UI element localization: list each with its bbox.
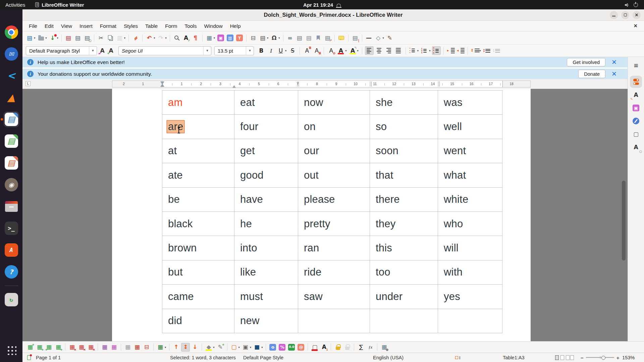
chevron-down-icon[interactable]: ▼ [246, 47, 254, 55]
insert-special-character-dropdown-icon[interactable]: ▾ [278, 36, 280, 40]
dock-item-libreoffice-calc[interactable]: ▤ [3, 133, 19, 149]
donate-button[interactable]: Donate [578, 70, 605, 78]
font-size-combobox[interactable]: 13.5 pt ▼ [214, 46, 254, 55]
menu-window[interactable]: Window [201, 22, 226, 30]
new-document-dropdown-icon[interactable]: ▾ [34, 36, 35, 40]
properties[interactable] [630, 76, 642, 88]
redo-dropdown-icon[interactable]: ▾ [165, 36, 166, 40]
gallery[interactable]: ▣ [630, 102, 642, 114]
view-layout-buttons[interactable] [555, 355, 570, 360]
table-cell-reference[interactable]: Table1:A3 [503, 355, 525, 360]
align-right[interactable] [384, 46, 393, 55]
table-cell[interactable]: get [234, 139, 298, 163]
align-justify[interactable] [394, 46, 403, 55]
insert-footnote[interactable]: ▤ [295, 34, 304, 42]
unordered-list-dropdown-icon[interactable]: ▾ [417, 49, 419, 52]
line-spacing[interactable]: ↕▾ [471, 46, 481, 55]
insert-formula[interactable]: ƒx [366, 343, 375, 352]
formatting-marks[interactable]: ¶ [191, 34, 200, 42]
open-file-dropdown-icon[interactable]: ▾ [45, 36, 47, 40]
font-color[interactable]: A▾ [336, 46, 347, 55]
show-draw-functions[interactable]: ✎ [385, 34, 394, 42]
font-color-dropdown-icon[interactable]: ▾ [345, 49, 346, 52]
decrease-paragraph-spacing[interactable]: ▲ ▼ [492, 46, 501, 55]
insert-cross-reference[interactable]: ▤↗ [323, 34, 332, 42]
paste[interactable]: ▥▾ [115, 34, 126, 42]
table-cell[interactable]: please [298, 188, 370, 212]
table-cell[interactable] [298, 309, 370, 333]
table-cell[interactable]: pretty [298, 212, 370, 236]
selected-word[interactable]: are [167, 121, 184, 133]
table-cell[interactable]: she [370, 90, 438, 115]
table-cell[interactable]: have [234, 188, 298, 212]
focused-app-menu[interactable]: LibreOffice Writer [35, 2, 84, 8]
no-list[interactable]: × × × [432, 46, 441, 55]
paragraph-style-combobox[interactable]: Default Paragraph Styl ▼ [26, 46, 97, 55]
table-cell[interactable]: soon [370, 139, 438, 163]
dock-item-thunderbird[interactable]: ✉ [3, 46, 19, 62]
dock-item-help[interactable]: ? [3, 264, 19, 280]
activities-button[interactable]: Activities [5, 2, 25, 8]
align-center[interactable] [375, 46, 383, 55]
clone-formatting[interactable]: ▰ [131, 34, 140, 42]
split-cells[interactable]: ▦ [133, 343, 142, 352]
number-recognition[interactable]: ▢ [310, 343, 319, 352]
update-style[interactable]: A▰ [98, 46, 107, 55]
undo-dropdown-icon[interactable]: ▾ [154, 36, 155, 40]
vertical-scrollbar-thumb[interactable] [622, 181, 626, 260]
border-color-dropdown-icon[interactable]: ▾ [261, 346, 263, 349]
find-and-replace[interactable] [172, 34, 181, 42]
table-column-marker[interactable] [370, 81, 372, 86]
table-cell[interactable]: ran [298, 236, 370, 260]
open-file[interactable]: ▾ [37, 34, 47, 42]
dock-item-gimp[interactable]: ◉ [3, 177, 19, 193]
increase-paragraph-spacing[interactable]: ▲ ▼ [483, 46, 491, 55]
chevron-down-icon[interactable]: ▼ [203, 47, 211, 55]
table-cell-background-color[interactable]: ◆▾ [204, 343, 215, 352]
system-status-area[interactable]: ◄) [624, 3, 644, 7]
table-cell[interactable]: are [162, 115, 234, 139]
autoformat-styles[interactable]: ✎+ [216, 343, 225, 352]
menu-insert[interactable]: Insert [76, 22, 96, 30]
insert-field-dropdown-icon[interactable]: ▾ [267, 36, 268, 40]
new-style[interactable]: A+ [107, 46, 115, 55]
borders[interactable]: ▢▾ [230, 343, 240, 352]
page-style-label[interactable]: Default Page Style [243, 355, 283, 360]
dock-item-show-applications[interactable] [3, 342, 19, 358]
minimize-button[interactable] [610, 11, 618, 19]
basic-shapes[interactable]: ◇▾ [374, 34, 385, 42]
align-bottom[interactable]: ↓ [191, 343, 199, 352]
insert-chart[interactable]: ▥ [226, 34, 234, 42]
dock-item-vscode[interactable]: < [3, 68, 19, 84]
clear-formatting[interactable]: A⊘ [327, 46, 335, 55]
underline[interactable]: U▾ [276, 46, 287, 55]
subscript[interactable]: AB [312, 46, 321, 55]
page-deck[interactable]: ▢ [630, 128, 642, 140]
dock-item-ubuntu-software[interactable]: A [3, 242, 19, 258]
save-status-icon[interactable] [27, 355, 31, 360]
underline-dropdown-icon[interactable]: ▾ [285, 49, 286, 52]
undo[interactable]: ↶▾ [145, 34, 156, 42]
number-format-decimal[interactable]: 0.0 [287, 343, 296, 352]
strikethrough[interactable]: S [288, 46, 297, 55]
align-left[interactable] [365, 46, 374, 55]
table-cell[interactable]: like [234, 260, 298, 285]
basic-shapes-dropdown-icon[interactable]: ▾ [383, 36, 384, 40]
select-table[interactable]: ▦ [110, 343, 118, 352]
paste-dropdown-icon[interactable]: ▾ [124, 36, 125, 40]
split-table[interactable]: ⊟ [142, 343, 151, 352]
table-cell[interactable]: will [438, 236, 502, 260]
insert-endnote[interactable]: ▤ [305, 34, 313, 42]
unordered-list[interactable]: • • •▾ [409, 46, 419, 55]
export-pdf[interactable]: ▤ [64, 34, 73, 42]
clock-menu[interactable]: Apr 21 19:24 [303, 2, 341, 8]
table-cell[interactable]: eat [234, 90, 298, 115]
new-document[interactable]: ▤▾ [25, 34, 36, 42]
table-cell[interactable]: am [162, 90, 234, 115]
menu-tools[interactable]: Tools [181, 22, 200, 30]
border-color[interactable]: ■▾ [253, 343, 263, 352]
insert-columns-before[interactable]: ▦+ [45, 343, 53, 352]
dock-item-trash[interactable]: ↻ [3, 292, 19, 308]
table-cell[interactable]: but [162, 260, 234, 285]
insert-rows-above[interactable]: ▦+ [26, 343, 35, 352]
